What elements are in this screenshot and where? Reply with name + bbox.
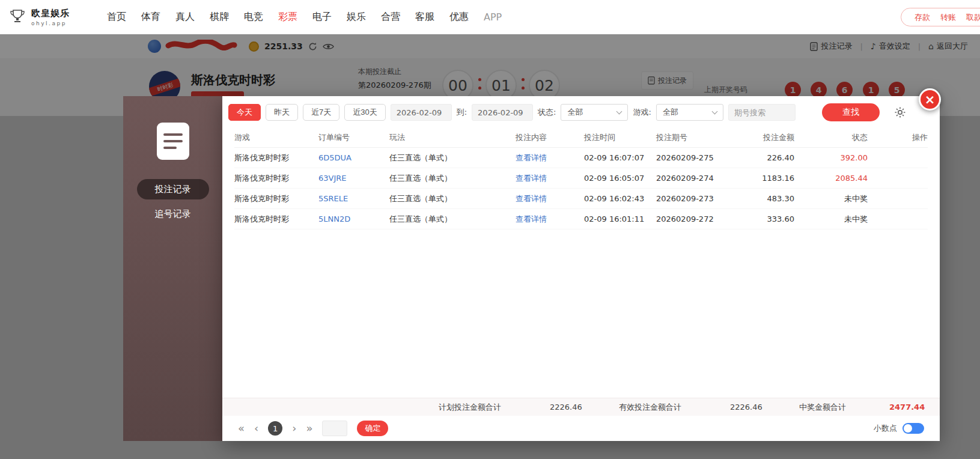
logo[interactable]: 欧皇娱乐 ohyl.app [0,7,70,28]
period-search-input[interactable] [728,104,796,121]
status-select[interactable]: 全部 [561,104,628,121]
quick-filter-7days[interactable]: 近7天 [303,104,339,121]
settings-gear-icon[interactable] [894,106,906,118]
nav-item-app[interactable]: APP [484,11,502,23]
th-action: 操作 [868,132,928,143]
first-page-button[interactable]: « [238,423,245,434]
sidebar-item-chase-records[interactable]: 追号记录 [137,204,209,224]
th-play-type: 玩法 [389,132,516,143]
top-navigation: 欧皇娱乐 ohyl.app 首页 体育 真人 棋牌 电竞 彩票 电子 娱乐 合营… [0,0,980,34]
records-modal-sidebar: 投注记录 追号记录 [123,96,222,441]
nav-item-sports[interactable]: 体育 [141,11,160,23]
th-bet-content: 投注内容 [516,132,584,143]
quick-filter-today[interactable]: 今天 [228,104,261,121]
plan-total-label: 计划投注金额合计 [439,398,501,416]
date-to-input[interactable] [472,104,533,121]
wallet-pill: 存款 转账 取款 [901,8,980,26]
cell-view-details-link[interactable]: 查看详情 [516,193,584,204]
cell-play-type: 任三直选（单式） [389,214,516,225]
cell-order-link[interactable]: 5LNN2D [318,214,389,223]
chevron-down-icon [616,108,622,114]
cell-order-link[interactable]: 5SRELE [318,194,389,203]
toggle-knob [904,424,912,433]
cell-period: 20260209-273 [656,194,746,203]
cell-view-details-link[interactable]: 查看详情 [516,153,584,163]
logo-title: 欧皇娱乐 [31,8,70,19]
cell-period: 20260209-274 [656,174,746,183]
nav-item-esports[interactable]: 电竞 [244,11,263,23]
next-page-button[interactable]: › [292,423,296,434]
close-icon: × [925,93,936,107]
wallet-deposit-button[interactable]: 存款 [915,12,930,23]
records-modal-menu: 投注记录 追号记录 [123,179,222,224]
decimal-point-control: 小数点 [874,423,924,434]
cell-order-link[interactable]: 6D5DUA [318,153,389,162]
cell-amount: 483.30 [746,194,794,203]
nav-item-support[interactable]: 客服 [415,11,434,23]
cell-bet-time: 02-09 16:01:11 [584,214,656,223]
bet-records-table: 游戏 订单编号 玩法 投注内容 投注时间 投注期号 投注金额 状态 操作 斯洛伐… [222,127,940,230]
last-page-button[interactable]: » [306,423,312,434]
valid-total-label: 有效投注金额合计 [619,398,681,416]
cell-order-link[interactable]: 63VJRE [318,174,389,183]
prev-page-button[interactable]: ‹ [254,423,258,434]
th-order-id: 订单编号 [318,132,389,143]
cell-period: 20260209-275 [656,153,746,162]
close-modal-button[interactable]: × [919,88,941,111]
decimal-point-toggle[interactable] [902,423,924,434]
cell-amount: 1183.16 [746,174,794,183]
nav-item-board-games[interactable]: 棋牌 [210,11,229,23]
cell-game: 斯洛伐克时时彩 [234,173,318,184]
table-row: 斯洛伐克时时彩 63VJRE 任三直选（单式） 查看详情 02-09 16:05… [234,168,928,189]
page-jump-confirm-button[interactable]: 确定 [357,421,388,436]
th-status: 状态 [794,132,868,143]
nav-item-slots[interactable]: 电子 [312,11,332,23]
search-button[interactable]: 查找 [822,103,880,121]
records-document-icon [156,121,190,161]
filter-bar: 今天 昨天 近7天 近30天 到: 状态: 全部 游戏: 全部 查找 [222,96,940,127]
nav-item-live-casino[interactable]: 真人 [175,11,195,23]
cell-status: 未中奖 [794,214,868,225]
nav-item-home[interactable]: 首页 [107,11,126,23]
cell-play-type: 任三直选（单式） [389,153,516,163]
trophy-logo-icon [8,7,26,28]
cell-amount: 333.60 [746,214,794,223]
nav-item-promotions[interactable]: 优惠 [449,11,469,23]
pagination-bar: « ‹ 1 › » 确定 小数点 [222,416,940,441]
nav-item-lottery[interactable]: 彩票 [278,11,297,23]
current-page-indicator[interactable]: 1 [268,421,282,436]
cell-view-details-link[interactable]: 查看详情 [516,173,584,184]
wallet-transfer-button[interactable]: 转账 [940,12,956,23]
table-row: 斯洛伐克时时彩 5SRELE 任三直选（单式） 查看详情 02-09 16:02… [234,189,928,209]
game-select[interactable]: 全部 [656,104,723,121]
cell-bet-time: 02-09 16:05:07 [584,174,656,183]
cell-game: 斯洛伐克时时彩 [234,193,318,204]
page-jump-input[interactable] [322,421,347,436]
quick-filter-30days[interactable]: 近30天 [344,104,385,121]
to-label: 到: [457,107,467,118]
nav-item-partnership[interactable]: 合营 [381,11,400,23]
table-header-row: 游戏 订单编号 玩法 投注内容 投注时间 投注期号 投注金额 状态 操作 [234,127,928,148]
date-from-input[interactable] [391,104,452,121]
cell-view-details-link[interactable]: 查看详情 [516,214,584,225]
cell-status: 未中奖 [794,193,868,204]
plan-total-value: 2226.46 [550,398,582,416]
main-nav: 首页 体育 真人 棋牌 电竞 彩票 电子 娱乐 合营 客服 优惠 APP [107,11,502,23]
cell-play-type: 任三直选（单式） [389,193,516,204]
cell-game: 斯洛伐克时时彩 [234,214,318,225]
cell-bet-time: 02-09 16:07:07 [584,153,656,162]
wallet-withdraw-button[interactable]: 取款 [966,12,980,23]
valid-total-value: 2226.46 [730,398,762,416]
quick-filter-yesterday[interactable]: 昨天 [266,104,298,121]
cell-amount: 226.40 [746,153,794,162]
logo-subtitle: ohyl.app [31,20,70,26]
cell-game: 斯洛伐克时时彩 [234,153,318,163]
th-game: 游戏 [234,132,318,143]
decimal-point-label: 小数点 [874,423,897,434]
bet-records-panel: 今天 昨天 近7天 近30天 到: 状态: 全部 游戏: 全部 查找 游戏 订单… [222,96,940,441]
th-period: 投注期号 [656,132,746,143]
win-total-value: 2477.44 [889,398,925,416]
cell-period: 20260209-272 [656,214,746,223]
sidebar-item-bet-records[interactable]: 投注记录 [137,179,209,199]
nav-item-entertainment[interactable]: 娱乐 [347,11,366,23]
